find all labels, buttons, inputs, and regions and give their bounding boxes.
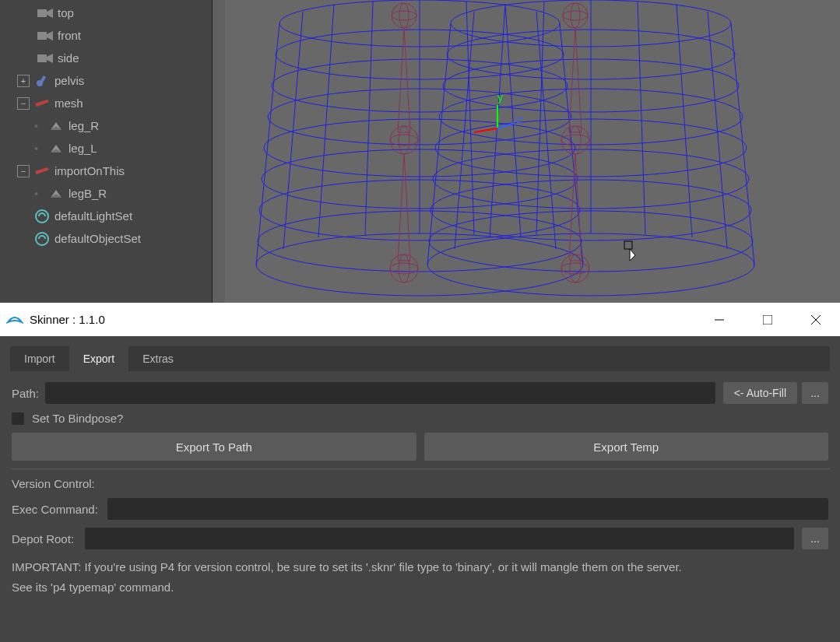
minimize-button[interactable] bbox=[695, 303, 743, 336]
outliner-item-top[interactable]: top bbox=[0, 2, 212, 24]
svg-line-29 bbox=[318, 4, 334, 237]
mesh-icon bbox=[48, 186, 64, 202]
svg-marker-1 bbox=[47, 9, 53, 18]
outliner-label: importOnThis bbox=[54, 164, 125, 177]
svg-line-51 bbox=[677, 4, 692, 237]
collapse-toggle[interactable]: − bbox=[17, 165, 30, 177]
svg-point-37 bbox=[427, 233, 754, 296]
important-note-1: IMPORTANT: If you're using P4 for versio… bbox=[10, 557, 830, 577]
outliner-label: defaultObjectSet bbox=[54, 232, 141, 245]
svg-line-50 bbox=[638, 2, 645, 235]
group-icon bbox=[34, 163, 50, 179]
svg-point-17 bbox=[36, 233, 48, 245]
svg-point-56 bbox=[399, 3, 409, 28]
outliner-panel: top front side + pelvis − mesh • leg_R bbox=[0, 0, 212, 303]
tab-bar: Import Export Extras bbox=[10, 346, 830, 371]
svg-text:y: y bbox=[497, 91, 503, 103]
svg-line-53 bbox=[731, 23, 754, 265]
svg-point-55 bbox=[392, 11, 416, 20]
outliner-label: leg_L bbox=[69, 142, 97, 155]
svg-rect-0 bbox=[37, 9, 47, 17]
path-input[interactable] bbox=[45, 382, 715, 404]
depot-root-input[interactable] bbox=[85, 528, 794, 549]
svg-text:z: z bbox=[517, 113, 522, 125]
path-label: Path: bbox=[12, 387, 39, 400]
set-icon bbox=[34, 231, 50, 247]
version-control-label: Version Control: bbox=[12, 477, 95, 490]
camera-icon bbox=[37, 5, 53, 21]
group-icon bbox=[34, 96, 50, 111]
tab-extras[interactable]: Extras bbox=[128, 346, 188, 371]
outliner-item-mesh[interactable]: − mesh bbox=[0, 92, 212, 114]
joint-icon bbox=[34, 73, 50, 89]
close-button[interactable] bbox=[792, 303, 840, 336]
outliner-label: legB_R bbox=[69, 187, 107, 200]
outliner-item-defaultlightset[interactable]: defaultLightSet bbox=[0, 205, 212, 227]
wireframe-mesh: y z bbox=[225, 0, 840, 303]
outliner-item-leg-r[interactable]: • leg_R bbox=[0, 114, 212, 137]
outliner-label: pelvis bbox=[54, 74, 84, 87]
set-icon bbox=[34, 209, 50, 224]
exec-command-label: Exec Command: bbox=[12, 503, 101, 516]
window-title: Skinner : 1.1.0 bbox=[30, 313, 695, 326]
svg-point-61 bbox=[390, 135, 418, 146]
tab-import[interactable]: Import bbox=[10, 346, 69, 371]
svg-marker-3 bbox=[47, 31, 53, 40]
mesh-icon bbox=[48, 118, 64, 134]
outliner-item-importonthis[interactable]: − importOnThis bbox=[0, 160, 212, 182]
svg-point-69 bbox=[561, 254, 589, 282]
svg-rect-81 bbox=[624, 241, 632, 249]
titlebar[interactable]: Skinner : 1.1.0 bbox=[0, 303, 840, 336]
outliner-item-legb-r[interactable]: • legB_R bbox=[0, 182, 212, 205]
svg-point-68 bbox=[399, 254, 409, 282]
exec-command-input[interactable] bbox=[107, 498, 828, 520]
autofill-button[interactable]: <- Auto-Fill bbox=[723, 382, 797, 404]
svg-point-54 bbox=[392, 3, 416, 28]
camera-icon bbox=[37, 51, 53, 66]
bindpose-label: Set To Bindpose? bbox=[32, 412, 123, 425]
browse-button[interactable]: ... bbox=[802, 382, 828, 404]
expand-toggle[interactable]: + bbox=[17, 75, 30, 87]
svg-marker-72 bbox=[398, 28, 410, 132]
svg-marker-13 bbox=[35, 167, 49, 174]
viewport[interactable]: y z bbox=[212, 0, 840, 303]
skinner-window: Skinner : 1.1.0 Import Export Extras Pat… bbox=[0, 303, 840, 642]
outliner-item-pelvis[interactable]: + pelvis bbox=[0, 69, 212, 92]
cursor-icon bbox=[630, 249, 635, 261]
camera-icon bbox=[37, 28, 53, 44]
svg-line-48 bbox=[536, 2, 544, 235]
svg-point-70 bbox=[561, 263, 589, 274]
svg-rect-4 bbox=[37, 54, 47, 62]
svg-point-19 bbox=[256, 233, 583, 296]
svg-marker-8 bbox=[35, 100, 49, 107]
svg-point-67 bbox=[390, 263, 418, 274]
svg-point-66 bbox=[390, 254, 418, 282]
svg-line-32 bbox=[466, 2, 474, 235]
outliner-label: side bbox=[58, 51, 79, 65]
svg-point-57 bbox=[563, 3, 588, 28]
export-to-path-button[interactable]: Export To Path bbox=[12, 433, 416, 461]
maximize-button[interactable] bbox=[743, 303, 792, 336]
outliner-item-defaultobjectset[interactable]: defaultObjectSet bbox=[0, 227, 212, 250]
outliner-item-side[interactable]: side bbox=[0, 47, 212, 69]
bindpose-checkbox[interactable] bbox=[12, 412, 24, 425]
outliner-label: defaultLightSet bbox=[54, 209, 132, 223]
svg-rect-2 bbox=[37, 32, 47, 40]
svg-marker-73 bbox=[569, 28, 582, 132]
tab-export[interactable]: Export bbox=[69, 346, 128, 371]
depot-browse-button[interactable]: ... bbox=[802, 528, 828, 549]
outliner-item-leg-l[interactable]: • leg_L bbox=[0, 137, 212, 160]
svg-point-16 bbox=[36, 210, 48, 223]
collapse-toggle[interactable]: − bbox=[17, 97, 30, 110]
svg-line-27 bbox=[256, 23, 279, 265]
svg-marker-74 bbox=[398, 154, 410, 261]
outliner-label: mesh bbox=[54, 96, 83, 110]
outliner-label: front bbox=[58, 29, 81, 42]
export-temp-button[interactable]: Export Temp bbox=[424, 433, 829, 461]
svg-rect-7 bbox=[40, 75, 46, 83]
outliner-label: top bbox=[58, 6, 74, 19]
svg-point-71 bbox=[570, 254, 581, 282]
outliner-item-front[interactable]: front bbox=[0, 24, 212, 47]
svg-point-59 bbox=[571, 3, 580, 28]
svg-point-64 bbox=[561, 135, 589, 146]
